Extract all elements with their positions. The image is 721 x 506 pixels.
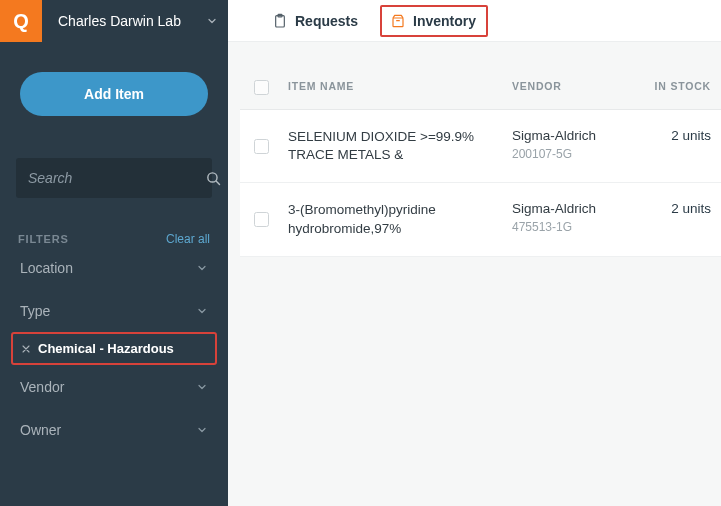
clipboard-icon <box>272 12 288 30</box>
tab-inventory[interactable]: Inventory <box>380 5 488 37</box>
svg-rect-3 <box>393 18 403 27</box>
col-header-stock[interactable]: IN STOCK <box>628 80 721 95</box>
main-content: Requests Inventory ITEM NAME VENDOR IN S… <box>228 0 721 506</box>
filter-item-type[interactable]: Type <box>16 289 212 332</box>
select-all-checkbox[interactable] <box>254 80 269 95</box>
filter-item-owner[interactable]: Owner <box>16 408 212 451</box>
col-header-vendor[interactable]: VENDOR <box>512 80 628 95</box>
sidebar: Q Charles Darwin Lab Add Item FILTERS Cl… <box>0 0 228 506</box>
svg-point-0 <box>208 172 217 181</box>
app-logo: Q <box>0 0 42 42</box>
close-icon[interactable] <box>20 343 32 355</box>
table-row[interactable]: 3-(Bromomethyl)pyridine hydrobromide,97%… <box>240 183 721 256</box>
table-body: SELENIUM DIOXIDE >=99.9% TRACE METALS & … <box>240 110 721 257</box>
row-checkbox[interactable] <box>254 139 269 154</box>
sidebar-top: Q Charles Darwin Lab <box>0 0 228 42</box>
stock-count: 2 units <box>628 201 721 237</box>
content-area: ITEM NAME VENDOR IN STOCK SELENIUM DIOXI… <box>228 42 721 506</box>
chevron-down-icon <box>196 381 208 393</box>
chevron-down-icon <box>196 305 208 317</box>
inventory-table: ITEM NAME VENDOR IN STOCK SELENIUM DIOXI… <box>240 66 721 257</box>
filters-title: FILTERS <box>18 233 69 245</box>
filters-header: FILTERS Clear all <box>18 232 210 246</box>
applied-filter-label: Chemical - Hazardous <box>38 341 174 356</box>
lab-selector[interactable]: Charles Darwin Lab <box>42 0 228 42</box>
filter-label: Vendor <box>20 379 64 395</box>
tab-requests[interactable]: Requests <box>266 8 364 34</box>
chevron-down-icon <box>206 15 218 27</box>
row-checkbox[interactable] <box>254 212 269 227</box>
search-container <box>16 158 212 198</box>
table-header-row: ITEM NAME VENDOR IN STOCK <box>240 66 721 110</box>
filter-item-vendor[interactable]: Vendor <box>16 365 212 408</box>
add-item-button[interactable]: Add Item <box>20 72 208 116</box>
item-name: 3-(Bromomethyl)pyridine hydrobromide,97% <box>288 201 512 237</box>
chevron-down-icon <box>196 262 208 274</box>
tab-label: Inventory <box>413 13 476 29</box>
item-name: SELENIUM DIOXIDE >=99.9% TRACE METALS & <box>288 128 512 164</box>
stock-count: 2 units <box>628 128 721 164</box>
filter-label: Type <box>20 303 50 319</box>
vendor-sku: 200107-5G <box>512 147 628 161</box>
filter-label: Location <box>20 260 73 276</box>
vendor-sku: 475513-1G <box>512 220 628 234</box>
table-row[interactable]: SELENIUM DIOXIDE >=99.9% TRACE METALS & … <box>240 110 721 183</box>
clear-all-filters[interactable]: Clear all <box>166 232 210 246</box>
search-input[interactable] <box>28 170 205 186</box>
chevron-down-icon <box>196 424 208 436</box>
box-icon <box>390 12 406 30</box>
filter-label: Owner <box>20 422 61 438</box>
col-header-name[interactable]: ITEM NAME <box>288 80 512 95</box>
tab-bar: Requests Inventory <box>228 0 721 42</box>
lab-name: Charles Darwin Lab <box>58 13 181 29</box>
filter-item-location[interactable]: Location <box>16 246 212 289</box>
tab-label: Requests <box>295 13 358 29</box>
vendor-name: Sigma-Aldrich <box>512 128 628 143</box>
applied-filter-chip: Chemical - Hazardous <box>11 332 217 365</box>
vendor-name: Sigma-Aldrich <box>512 201 628 216</box>
search-icon[interactable] <box>205 170 222 187</box>
